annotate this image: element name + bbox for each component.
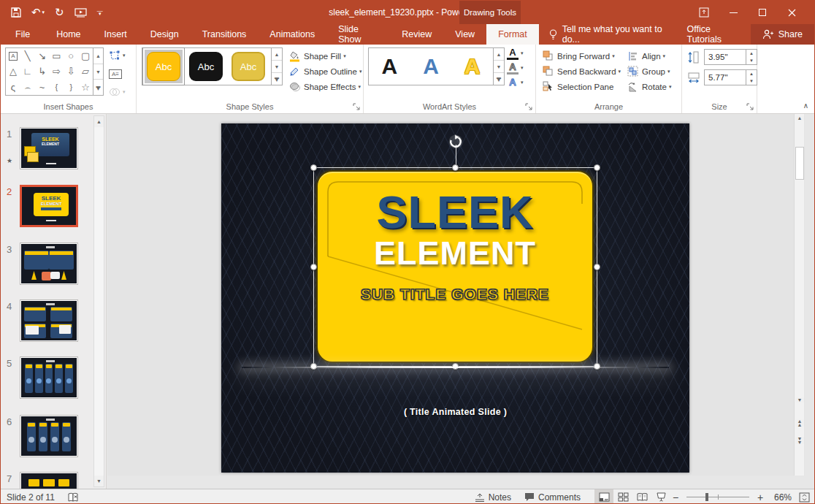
comments-button[interactable]: Comments	[518, 489, 587, 504]
merge-shapes-dropdown-icon[interactable]: ▾	[123, 89, 126, 95]
tab-file[interactable]: File	[1, 24, 45, 45]
canvas-scroll-up-icon[interactable]: ▲	[795, 115, 804, 121]
title-shape[interactable]: SLEEK ELEMENT SUB TITLE GOES HERE	[316, 170, 594, 363]
share-button[interactable]: Share	[751, 24, 814, 45]
shape-right-arrow-icon[interactable]: ⇨	[50, 64, 64, 79]
rotation-handle-icon[interactable]	[448, 134, 463, 149]
resize-handle-top-right[interactable]	[594, 164, 600, 171]
shape-oval-icon[interactable]: ○	[64, 48, 78, 64]
shape-width-input[interactable]: 5.77"	[704, 69, 746, 85]
shape-star-icon[interactable]: ☆	[78, 80, 93, 95]
start-slideshow-icon[interactable]	[74, 8, 87, 18]
shape-width-spinner[interactable]: ▲▼	[746, 69, 757, 85]
shape-outline-button[interactable]: Shape Outline▾	[288, 64, 361, 79]
edit-shape-dropdown-icon[interactable]: ▾	[123, 53, 126, 58]
close-button[interactable]	[787, 7, 797, 18]
view-slide-sorter-button[interactable]	[613, 489, 632, 504]
text-fill-button[interactable]: A▾	[507, 46, 533, 60]
thumbnail-slide-7[interactable]: 7	[7, 472, 91, 489]
canvas-vertical-scrollbar[interactable]: ▲ ▼ ▲▲ ▼▼	[794, 114, 804, 476]
shape-textbox-icon[interactable]: A	[6, 48, 20, 64]
shape-effects-button[interactable]: Shape Effects▾	[288, 79, 361, 94]
group-button[interactable]: Group▾	[627, 64, 671, 79]
zoom-level[interactable]: 66%	[765, 492, 792, 503]
zoom-slider[interactable]	[686, 489, 749, 504]
view-reading-button[interactable]	[632, 489, 651, 504]
tab-design[interactable]: Design	[139, 24, 191, 45]
undo-dropdown-icon[interactable]: ▾	[42, 9, 45, 15]
shape-style-3[interactable]: Abc	[227, 47, 269, 85]
shapes-scroll-up-icon[interactable]: ▲	[93, 48, 103, 64]
shape-style-2[interactable]: Abc	[185, 47, 227, 85]
shape-rectangle-icon[interactable]: ▭	[50, 48, 64, 64]
align-button[interactable]: Align▾	[627, 48, 671, 64]
thumbnail-slide-3[interactable]: 3	[7, 243, 91, 285]
canvas-scroll-down-icon[interactable]: ▼	[795, 397, 804, 402]
send-backward-button[interactable]: Send Backward▾	[542, 64, 621, 79]
edit-shape-button[interactable]: ▾	[109, 47, 134, 64]
maximize-button[interactable]	[757, 7, 768, 18]
tab-animations[interactable]: Animations	[258, 24, 326, 45]
zoom-out-button[interactable]: −	[670, 492, 681, 503]
previous-slide-icon[interactable]: ▲▲	[795, 419, 804, 427]
tab-view[interactable]: View	[443, 24, 486, 45]
zoom-in-button[interactable]: +	[755, 492, 765, 503]
view-normal-button[interactable]	[594, 489, 613, 504]
notes-button[interactable]: Notes	[468, 489, 518, 504]
tab-slideshow[interactable]: Slide Show	[326, 24, 390, 45]
shape-arrow-icon[interactable]: ↘	[35, 48, 50, 64]
shape-scribble-icon[interactable]: ς	[6, 80, 20, 95]
shape-styles-more-icon[interactable]: ▬▼	[272, 73, 282, 85]
resize-handle-top-left[interactable]	[310, 164, 317, 171]
shape-style-1-selected[interactable]: Abc	[142, 47, 185, 85]
wordart-scroll-up-icon[interactable]: ▲	[494, 48, 504, 61]
view-slideshow-button[interactable]	[651, 489, 670, 504]
thumbnail-panel-scrollbar[interactable]: ▲ ▼	[93, 115, 104, 487]
shape-height-input[interactable]: 3.95"	[704, 49, 746, 65]
tab-home[interactable]: Home	[45, 24, 92, 45]
wordart-scroll-down-icon[interactable]: ▼	[494, 61, 504, 73]
thumbnail-slide-4[interactable]: 4	[7, 299, 91, 342]
merge-shapes-button[interactable]: ▾	[109, 84, 134, 100]
thumbnail-slide-5[interactable]: 5	[7, 356, 91, 399]
shape-height-spinner[interactable]: ▲▼	[746, 49, 757, 65]
text-effects-button[interactable]: A▾	[507, 75, 533, 89]
wordart-style-2[interactable]: A	[410, 48, 452, 85]
wordart-more-icon[interactable]: ▬▼	[494, 73, 504, 85]
shape-curve-icon[interactable]: ~	[35, 80, 50, 95]
zoom-slider-thumb[interactable]	[705, 493, 708, 501]
minimize-button[interactable]	[728, 7, 738, 18]
tell-me-box[interactable]: Tell me what you want to do...	[539, 24, 677, 45]
wordart-style-3[interactable]: A	[451, 48, 493, 85]
shape-styles-scroll-down-icon[interactable]: ▼	[272, 61, 282, 73]
next-slide-icon[interactable]: ▼▼	[795, 437, 804, 444]
fit-slide-to-window-icon[interactable]	[799, 492, 810, 503]
slide-2-canvas[interactable]: SLEEK ELEMENT SUB TITLE GOES HERE	[221, 123, 689, 473]
ribbon-display-options-icon[interactable]	[699, 7, 709, 18]
selection-pane-button[interactable]: Selection Pane	[542, 79, 621, 94]
resize-handle-middle-right[interactable]	[594, 264, 600, 270]
shapes-more-icon[interactable]: ▬▼	[93, 80, 103, 95]
customize-qat-icon[interactable]: —▾	[97, 9, 103, 15]
shape-right-brace-icon[interactable]: }	[64, 80, 78, 95]
shape-down-arrow-icon[interactable]: ⇩	[64, 64, 78, 79]
thumbnail-slide-1[interactable]: 1★ SLEEK ELEMENT	[7, 127, 91, 169]
shape-arc-icon[interactable]: ⌢	[20, 80, 35, 95]
shape-rounded-rectangle-icon[interactable]: ▢	[78, 48, 93, 64]
slide-indicator[interactable]: Slide 2 of 11	[7, 492, 55, 503]
shape-elbow-connector-icon[interactable]: ∟	[20, 64, 35, 79]
tab-format[interactable]: Format	[486, 24, 539, 45]
spell-check-icon[interactable]	[68, 492, 80, 503]
text-outline-button[interactable]: A▾	[507, 61, 533, 75]
shapes-scroll-down-icon[interactable]: ▼	[93, 64, 103, 80]
shape-snip-corner-icon[interactable]: ▱	[78, 64, 93, 79]
shape-triangle-icon[interactable]: △	[6, 64, 20, 79]
shape-styles-scroll-up-icon[interactable]: ▲	[272, 48, 282, 61]
shape-elbow-arrow-icon[interactable]: ↳	[35, 64, 50, 79]
collapse-ribbon-icon[interactable]: ∧	[803, 102, 808, 110]
office-tutorials-button[interactable]: Office Tutorials	[676, 24, 750, 45]
shape-line-icon[interactable]: ╲	[20, 48, 35, 64]
redo-icon[interactable]: ↻	[55, 6, 64, 19]
save-icon[interactable]	[11, 7, 21, 18]
tab-review[interactable]: Review	[390, 24, 443, 45]
